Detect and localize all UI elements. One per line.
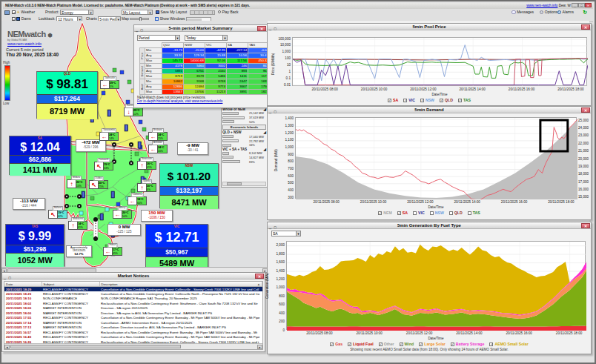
wind-arrow-icon: ↖ — [95, 162, 103, 170]
legend-item-nsw[interactable]: NSW — [430, 211, 444, 215]
region-box-qld[interactable]: QLD$ 98.81$117,2648719 MW — [36, 71, 98, 119]
notice-row[interactable]: 20/11/2025 16:57RECLASSIFY CONTINGENCYRe… — [4, 330, 262, 335]
legend-item-qld[interactable]: QLD — [449, 211, 463, 215]
notice-row[interactable]: 20/11/2025 17:55RECLASSIFY CONTINGENCYCa… — [4, 316, 262, 321]
product-dropdown[interactable]: Energy▼ — [60, 10, 93, 15]
notice-row[interactable]: 20/11/2025 17:13MARKET INTERVENTIONCance… — [4, 325, 262, 331]
options-button[interactable]: Options — [545, 10, 557, 14]
region-box-sa[interactable]: SA$ 12.04$62,8861411 MW — [9, 136, 71, 175]
legend-checkbox[interactable]: ✓ — [420, 99, 424, 102]
maximize-button[interactable]: □ — [578, 3, 585, 7]
legend-checkbox[interactable]: ✓ — [379, 343, 383, 346]
summary-col-header: NSW — [184, 43, 205, 48]
legend-checkbox[interactable] — [430, 211, 434, 215]
region-box-nsw[interactable]: NSW$ 101.20$132,1978471 MW — [159, 163, 219, 208]
gen-footnote: Showing most recent AEMO Small Solar dat… — [268, 348, 590, 351]
weather-checkbox[interactable]: ✓ — [12, 10, 16, 14]
legend-item-vic[interactable]: ✓VIC — [403, 98, 415, 102]
weather-humidity: 62% — [58, 215, 67, 219]
legend-checkbox[interactable]: ✓ — [378, 211, 382, 215]
weather-melbourne: Melbourne↑14°C61% — [68, 221, 87, 230]
x-tick-label: 20/11/2025 18:00 — [556, 331, 582, 335]
legend-checkbox[interactable]: ✓ — [489, 343, 493, 346]
generation-close-icon[interactable]: ✕ — [581, 223, 590, 228]
weather-town-label: Ballarat — [53, 206, 63, 211]
summary-link[interactable]: For in-depth historical analysis, visit … — [137, 99, 222, 103]
weather-box: ↑26°C41% — [137, 161, 156, 170]
notice-row[interactable]: 20/11/2025 18:29RECLASSIFY CONTINGENCYCa… — [4, 291, 262, 297]
playback-buttons[interactable] — [190, 9, 215, 16]
legend-checkbox[interactable]: ✓ — [348, 343, 351, 346]
nem-panel-scrollbar[interactable] — [222, 182, 266, 186]
notice-description: Cancellation of a Non-Credible Contingen… — [99, 316, 262, 321]
legend-item-tas[interactable]: ✓TAS — [458, 98, 471, 102]
legend-checkbox[interactable]: ✓ — [400, 343, 403, 346]
titlebar-link[interactable]: www.nem-watch.info — [526, 4, 557, 7]
legend-item-nem[interactable]: ✓NEM — [378, 211, 392, 215]
legend-item-vic[interactable]: VIC — [413, 211, 425, 215]
summary-group-label: Price — [140, 48, 145, 64]
legend-item-sa[interactable]: ✓SA — [388, 98, 398, 102]
map-website-link[interactable]: www.nem-watch.info — [7, 42, 42, 46]
legend-item-sa[interactable]: ✓SA — [397, 211, 408, 215]
weather-townsville: Townsville←29°C5% — [100, 80, 119, 89]
summary-row: PriceMin-33.73-20.00-42.95-227.14-0.04 — [140, 48, 270, 53]
map-slider[interactable] — [130, 18, 149, 20]
legend-item-liquid-fuel[interactable]: ✓Liquid Fuel — [348, 342, 374, 346]
notice-row[interactable]: 20/11/2025 16:49RECLASSIFY CONTINGENCYCa… — [4, 335, 262, 340]
market-summary-close-icon[interactable]: ✕ — [257, 26, 266, 31]
region-price-vic: VIC$ 12.71 — [146, 225, 208, 248]
close-button[interactable]: ✕ — [585, 3, 592, 7]
refresh-icon[interactable]: ↻ — [583, 9, 587, 16]
alarms-button[interactable]: Alarms — [562, 10, 574, 14]
legend-checkbox[interactable] — [468, 211, 471, 215]
weather-label[interactable]: Weather — [21, 10, 35, 14]
pool-price-close-icon[interactable]: ✕ — [581, 24, 590, 30]
summary-cell: -227.14 — [227, 48, 248, 53]
legend-item-wind[interactable]: ✓Wind — [400, 342, 414, 346]
legend-checkbox[interactable]: ✓ — [440, 99, 443, 102]
legend-item-qld[interactable]: ✓QLD — [440, 98, 453, 102]
region-box-tas[interactable]: TAS$ 9.99$51,2981052 MW — [5, 224, 64, 266]
weather-town-label: Dubbo — [94, 176, 104, 181]
demand-close-icon[interactable]: ✕ — [581, 107, 590, 113]
y-tick-label: 10 — [273, 63, 291, 67]
summary-metric-dropdown[interactable]: Period▼ — [137, 35, 180, 41]
legend-item-other[interactable]: ✓Other — [379, 342, 394, 346]
legend-checkbox[interactable]: ✓ — [451, 343, 454, 346]
playback-label[interactable]: Play Back — [222, 10, 238, 14]
summary-range-dropdown[interactable]: Today▼ — [185, 35, 228, 41]
notices-horizontal-scrollbar[interactable]: ◄► — [4, 343, 262, 349]
legend-item-large-solar[interactable]: ✓Large Solar — [419, 342, 446, 346]
legend-checkbox[interactable]: ✓ — [419, 343, 423, 346]
legend-checkbox[interactable]: ✓ — [388, 99, 391, 102]
legend-checkbox[interactable] — [413, 211, 417, 215]
legend-checkbox[interactable]: ✓ — [397, 211, 401, 215]
legend-checkbox[interactable]: ✓ — [403, 99, 407, 102]
legend-item-nsw[interactable]: ✓NSW — [420, 98, 434, 102]
interconnector-limits: -216 / 444 — [13, 204, 44, 208]
generation-region-dropdown[interactable]: SA▼ — [271, 231, 301, 236]
market-notices-close-icon[interactable]: ✕ — [255, 274, 264, 279]
minimize-button[interactable]: _ — [572, 3, 578, 7]
legend-item-gas[interactable]: ✓Gas — [330, 342, 342, 346]
legend-item-tas[interactable]: TAS — [468, 211, 480, 215]
weather-tamworth: Tamworth↖19°C53% — [94, 162, 113, 171]
weather-rockhampton: Rockhampton↓29°C12% — [124, 107, 143, 116]
save-layout-button[interactable]: Save My Layout — [160, 10, 187, 14]
notice-row[interactable]: 20/11/2025 18:29RECLASSIFY CONTINGENCYCa… — [4, 287, 262, 292]
messages-button[interactable]: Messages — [517, 10, 534, 14]
notice-row[interactable]: 20/11/2025 18:02RECLASSIFY CONTINGENCYRe… — [4, 301, 262, 306]
legend-checkbox[interactable] — [449, 211, 453, 215]
summary-cell: -20.00 — [184, 48, 205, 53]
legend-item-aemo-small-solar[interactable]: ✓AEMO Small Solar — [489, 342, 528, 346]
summary-cell: 5460 — [184, 64, 205, 69]
weather-temp: 19°C53% — [103, 162, 113, 170]
region-box-vic[interactable]: VIC$ 12.71$50,9675489 MW — [145, 224, 208, 269]
layout-dropdown[interactable]: My Layout▼ — [122, 10, 153, 15]
legend-checkbox[interactable]: ✓ — [330, 343, 334, 346]
wind-arrow-icon: ← — [101, 81, 109, 88]
legend-item-battery-storage[interactable]: ✓Battery Storage — [451, 342, 485, 346]
legend-checkbox[interactable]: ✓ — [458, 99, 462, 102]
market-summary-title: 5-min period Market Summary — [168, 26, 232, 30]
